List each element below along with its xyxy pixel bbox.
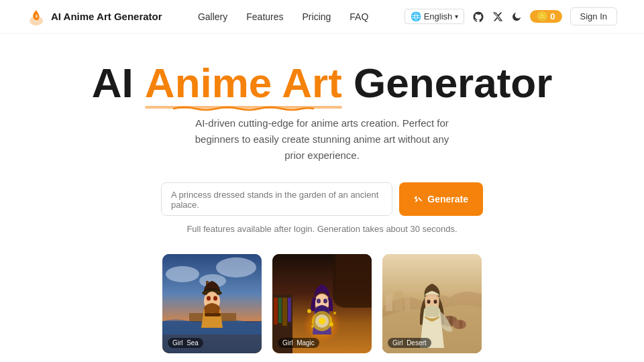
credits-badge: 🪙 0: [530, 10, 561, 23]
nav-features[interactable]: Features: [246, 11, 283, 22]
title-ai: AI: [92, 60, 145, 106]
svg-point-12: [213, 296, 217, 301]
svg-point-2: [166, 266, 199, 282]
hero-section: AI Anime Art Generator AI-driven cutting…: [0, 34, 644, 254]
svg-point-3: [216, 257, 256, 278]
magic-card-tag: Girl Magic: [278, 338, 319, 348]
github-icon[interactable]: [472, 11, 484, 23]
prompt-input[interactable]: [161, 182, 392, 216]
gallery-card-magic[interactable]: Girl Magic: [272, 254, 372, 353]
svg-rect-35: [405, 296, 410, 311]
magic-tag-magic: Magic: [297, 339, 315, 347]
hero-title: AI Anime Art Generator: [92, 60, 553, 106]
sign-in-button[interactable]: Sign In: [570, 7, 617, 25]
pirate-tag-sea: Sea: [186, 339, 199, 347]
language-label: English: [424, 11, 453, 21]
credits-count: 0: [550, 11, 555, 21]
generate-button[interactable]: Generate: [399, 182, 483, 216]
navbar: AI Anime Art Generator Gallery Features …: [0, 0, 644, 34]
nav-faq[interactable]: FAQ: [350, 11, 368, 22]
dark-mode-toggle[interactable]: [511, 11, 522, 22]
svg-rect-34: [394, 291, 402, 311]
svg-point-31: [329, 322, 333, 326]
coin-icon: 🪙: [537, 11, 547, 21]
svg-point-11: [207, 296, 211, 301]
magic-tag-girl: Girl: [282, 339, 293, 347]
underline-squiggle: [145, 106, 342, 111]
nav-right: 🌐 English ▾ 🪙 0 Sign In: [405, 7, 617, 25]
gallery-card-desert[interactable]: Girl Desert: [382, 254, 482, 353]
chevron-down-icon: ▾: [455, 13, 458, 20]
svg-point-30: [311, 325, 314, 328]
svg-rect-16: [274, 298, 278, 324]
svg-rect-19: [288, 298, 291, 322]
language-selector[interactable]: 🌐 English ▾: [405, 9, 465, 24]
nav-pricing[interactable]: Pricing: [303, 11, 331, 22]
svg-point-29: [333, 312, 336, 314]
notice-text: Full features available after login. Gen…: [186, 224, 457, 234]
svg-rect-17: [278, 298, 282, 323]
desert-card-tag: Girl Desert: [388, 338, 431, 348]
desert-tag-desert: Desert: [407, 339, 426, 347]
svg-point-43: [434, 300, 437, 304]
svg-rect-39: [460, 320, 462, 328]
title-generator: Generator: [342, 60, 553, 106]
svg-rect-18: [282, 298, 287, 326]
title-anime-art: Anime Art: [145, 60, 342, 106]
svg-point-42: [427, 300, 431, 304]
nav-gallery[interactable]: Gallery: [198, 11, 227, 22]
flag-icon: 🌐: [411, 11, 421, 21]
nav-links: Gallery Features Pricing FAQ: [198, 11, 368, 22]
logo[interactable]: AI Anime Art Generator: [27, 7, 162, 26]
desert-tag-girl: Girl: [392, 339, 403, 347]
logo-text: AI Anime Art Generator: [51, 11, 162, 22]
pirate-card-tag: Girl Sea: [168, 338, 203, 348]
svg-point-27: [319, 318, 325, 324]
logo-icon: [27, 7, 46, 26]
pirate-tag-girl: Girl: [172, 339, 183, 347]
generate-label: Generate: [427, 194, 468, 204]
svg-point-23: [317, 299, 321, 304]
hero-subtitle: AI-driven cutting-edge for anime arts cr…: [195, 115, 449, 164]
gallery-card-pirate[interactable]: Girl Sea: [162, 254, 262, 353]
wand-icon: [414, 194, 423, 204]
svg-point-28: [307, 309, 311, 313]
twitter-icon[interactable]: [492, 11, 503, 22]
generate-bar: Generate: [161, 182, 483, 216]
svg-rect-13: [205, 313, 221, 316]
svg-point-24: [323, 299, 327, 304]
gallery-preview: Girl Sea: [0, 254, 644, 353]
svg-rect-37: [449, 316, 452, 324]
svg-rect-33: [386, 294, 392, 311]
